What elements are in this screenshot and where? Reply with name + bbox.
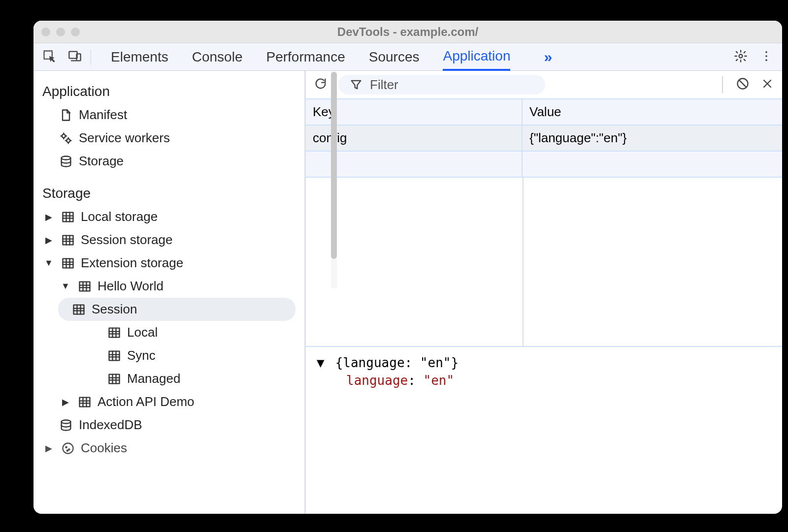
chevron-right-icon: ▶ bbox=[42, 235, 55, 246]
cookie-icon bbox=[61, 441, 75, 455]
sidebar-item-label: IndexedDB bbox=[79, 417, 142, 433]
table-icon bbox=[78, 280, 92, 293]
svg-rect-16 bbox=[109, 351, 120, 360]
toolbar-separator bbox=[722, 76, 723, 93]
viewer-key: language bbox=[346, 373, 408, 388]
filter-icon bbox=[349, 78, 363, 92]
svg-rect-13 bbox=[80, 282, 90, 291]
header-key[interactable]: Key bbox=[306, 99, 523, 125]
tab-application[interactable]: Application bbox=[443, 43, 510, 71]
delete-selected-icon[interactable] bbox=[760, 77, 774, 93]
svg-rect-11 bbox=[63, 235, 73, 245]
sidebar-item-label: Session storage bbox=[81, 232, 172, 248]
table-row-empty[interactable] bbox=[306, 152, 782, 178]
svg-point-22 bbox=[68, 449, 69, 450]
sidebar-item-label: Extension storage bbox=[81, 255, 183, 271]
svg-rect-14 bbox=[74, 305, 84, 314]
sidebar-item-sync[interactable]: Sync bbox=[33, 344, 304, 367]
cell-key: config bbox=[306, 125, 523, 151]
sidebar-item-indexeddb[interactable]: IndexedDB bbox=[33, 413, 304, 437]
sidebar-item-local-storage[interactable]: ▶ Local storage bbox=[33, 205, 304, 228]
sidebar-item-label: Manifest bbox=[79, 107, 127, 123]
gears-icon bbox=[59, 131, 73, 145]
sidebar-item-label: Session bbox=[92, 302, 137, 317]
sidebar-item-label: Sync bbox=[127, 348, 156, 363]
database-icon bbox=[59, 418, 73, 432]
tab-console[interactable]: Console bbox=[192, 44, 243, 70]
header-value[interactable]: Value bbox=[523, 99, 782, 125]
svg-rect-18 bbox=[80, 397, 90, 407]
sidebar-item-service-workers[interactable]: Service workers bbox=[33, 126, 304, 150]
value-viewer: ▼ {language: "en"} language: "en" bbox=[306, 347, 782, 397]
svg-point-23 bbox=[67, 450, 68, 451]
sidebar-item-label: Cookies bbox=[81, 440, 127, 456]
tab-performance[interactable]: Performance bbox=[266, 44, 345, 70]
svg-rect-17 bbox=[109, 374, 120, 383]
table-header: Key Value bbox=[306, 99, 782, 125]
svg-point-4 bbox=[765, 51, 767, 53]
filter-placeholder: Filter bbox=[370, 77, 398, 93]
sidebar-item-hello-world[interactable]: ▼ Hello World bbox=[33, 275, 304, 298]
storage-toolbar: Filter bbox=[306, 71, 782, 99]
svg-point-6 bbox=[765, 59, 767, 61]
more-icon[interactable] bbox=[759, 49, 773, 65]
svg-point-19 bbox=[62, 420, 71, 423]
sidebar-item-managed[interactable]: Managed bbox=[33, 367, 304, 390]
table-icon bbox=[61, 233, 75, 247]
chevron-right-icon: ▶ bbox=[42, 443, 55, 454]
tab-elements[interactable]: Elements bbox=[111, 44, 168, 70]
sidebar-item-action-api-demo[interactable]: ▶ Action API Demo bbox=[33, 390, 304, 413]
clear-all-icon[interactable] bbox=[736, 77, 750, 93]
viewer-summary[interactable]: {language: "en"} bbox=[335, 355, 459, 370]
svg-rect-15 bbox=[109, 328, 120, 337]
filter-input[interactable]: Filter bbox=[338, 75, 545, 94]
svg-point-20 bbox=[63, 443, 73, 453]
sidebar-item-label: Storage bbox=[79, 154, 124, 169]
sidebar-scrollbar[interactable] bbox=[331, 72, 337, 288]
section-storage-title: Storage bbox=[33, 182, 304, 205]
inspect-element-icon[interactable] bbox=[42, 49, 56, 65]
sidebar-item-label: Service workers bbox=[79, 130, 170, 146]
svg-point-9 bbox=[62, 156, 71, 159]
cell-value: {"language":"en"} bbox=[523, 125, 782, 151]
sidebar-item-manifest[interactable]: Manifest bbox=[33, 103, 304, 126]
scrollbar-thumb[interactable] bbox=[331, 72, 337, 259]
sidebar-item-cookies[interactable]: ▶ Cookies bbox=[33, 437, 304, 460]
sidebar-item-session-storage[interactable]: ▶ Session storage bbox=[33, 228, 304, 251]
sidebar-item-label: Local storage bbox=[81, 209, 158, 224]
cell-key bbox=[306, 152, 523, 177]
sidebar-item-extension-storage[interactable]: ▼ Extension storage bbox=[33, 251, 304, 275]
table-icon bbox=[107, 326, 121, 340]
svg-rect-1 bbox=[69, 51, 77, 58]
window-title: DevTools - example.com/ bbox=[33, 25, 782, 39]
tabs-overflow-icon[interactable]: » bbox=[544, 49, 552, 65]
sidebar-item-label: Managed bbox=[127, 371, 180, 386]
sidebar: Application Manifest Service workers Sto… bbox=[33, 71, 304, 514]
svg-point-3 bbox=[739, 54, 743, 58]
chevron-right-icon: ▶ bbox=[59, 397, 72, 407]
refresh-icon[interactable] bbox=[314, 77, 328, 93]
database-icon bbox=[59, 155, 73, 168]
svg-rect-10 bbox=[63, 212, 73, 221]
chevron-down-icon[interactable]: ▼ bbox=[317, 354, 328, 372]
storage-table: Key Value config {"language":"en"} bbox=[306, 99, 782, 347]
section-application-title: Application bbox=[33, 80, 304, 103]
table-icon bbox=[72, 303, 86, 316]
table-icon bbox=[107, 372, 121, 386]
viewer-value: "en" bbox=[424, 373, 455, 388]
settings-icon[interactable] bbox=[734, 49, 748, 65]
sidebar-item-session[interactable]: Session bbox=[58, 298, 296, 321]
svg-point-21 bbox=[66, 446, 66, 447]
sidebar-item-local[interactable]: Local bbox=[33, 321, 304, 344]
table-row[interactable]: config {"language":"en"} bbox=[306, 125, 782, 152]
sidebar-item-storage[interactable]: Storage bbox=[33, 150, 304, 173]
tab-sources[interactable]: Sources bbox=[369, 44, 420, 70]
storage-pane: Filter Key Value con bbox=[306, 71, 782, 514]
chevron-down-icon: ▼ bbox=[59, 281, 72, 291]
cell-value bbox=[523, 152, 782, 177]
device-toolbar-icon[interactable] bbox=[68, 49, 82, 65]
sidebar-item-label: Local bbox=[127, 325, 158, 340]
svg-point-5 bbox=[765, 55, 767, 57]
table-body-spacer bbox=[306, 178, 782, 346]
sidebar-item-label: Hello World bbox=[98, 279, 164, 294]
